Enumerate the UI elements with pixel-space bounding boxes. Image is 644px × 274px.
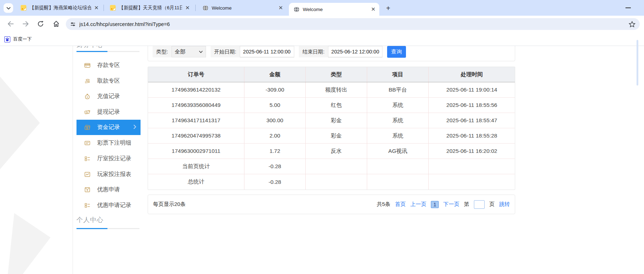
table-row: 1749634171141317 300.00 彩金 系统 2025-06-11…	[148, 113, 515, 128]
globe-favicon	[202, 5, 208, 11]
column-header-type: 类型	[306, 67, 367, 82]
table-header-row: 订单号 金额 类型 项目 处理时间	[148, 67, 515, 82]
table-cell	[429, 174, 515, 190]
globe-favicon	[294, 6, 300, 12]
sidebar-item-funds-records[interactable]: ¥ 资金记录	[76, 120, 141, 135]
table-cell	[306, 174, 367, 190]
sidebar-item-withdraw-zone[interactable]: 取款专区	[76, 73, 141, 89]
sidebar-item-label: 充值记录	[97, 93, 120, 100]
site-info-icon[interactable]	[70, 21, 76, 27]
section-underline	[76, 228, 139, 229]
end-date-label: 结束日期:	[299, 46, 328, 57]
sidebar-item-withdrawal-records[interactable]: 提现记录	[76, 104, 141, 120]
arrow-left-icon	[7, 21, 14, 27]
current-page-badge[interactable]: 1	[431, 201, 439, 208]
sidebar-item-promo-apply-records[interactable]: 优惠申请记录	[76, 198, 141, 213]
tab-close-icon[interactable]: ✕	[184, 5, 191, 11]
sidebar-item-deposit-zone[interactable]: 存款专区	[76, 58, 141, 73]
bookmark-baidu[interactable]: 百度一下	[4, 35, 32, 44]
table-cell: 5.00	[244, 98, 306, 113]
window-minimize-button[interactable]	[625, 7, 631, 8]
sidebar-item-player-bet-report[interactable]: 玩家投注报表	[76, 167, 141, 182]
back-button[interactable]	[6, 19, 16, 29]
sidebar-item-promo-apply[interactable]: ¥ 优惠申请	[76, 182, 141, 197]
tab-separator	[104, 5, 104, 11]
table-cell	[429, 159, 515, 174]
page-jump-input[interactable]	[474, 200, 485, 209]
query-button[interactable]: 查询	[387, 46, 406, 58]
table-cell	[306, 159, 367, 174]
tab-title: Welcome	[212, 5, 275, 11]
tab-close-icon[interactable]: ✕	[278, 5, 284, 11]
chevron-down-icon	[6, 7, 11, 10]
jump-suffix-text: 页	[489, 201, 495, 208]
table-cell: 系统	[367, 113, 429, 128]
start-date-label: 开始日期:	[211, 46, 240, 57]
jump-button[interactable]: 跳转	[499, 201, 510, 208]
tab-tiantian-guess[interactable]: 【新提醒】天天竞猜（6月11日 ✕	[105, 0, 194, 16]
table-cell: 1749639614220132	[148, 82, 244, 97]
sidebar-item-label: 玩家投注报表	[97, 171, 131, 178]
room-list-icon	[84, 156, 90, 162]
table-cell: 系统	[367, 128, 429, 143]
sidebar-item-label: 优惠申请记录	[97, 202, 131, 209]
cash-out-icon	[84, 109, 90, 115]
sidebar: 财务中心 存款专区 取款专区 ¥ 充值记录 提现记录 ¥ 资金记录 彩票下注明细	[73, 46, 141, 274]
bookmark-star-icon[interactable]	[629, 21, 635, 27]
forward-button[interactable]	[21, 19, 31, 29]
select-caret-icon	[199, 51, 203, 53]
sidebar-item-label: 厅室投注记录	[97, 155, 131, 162]
chevron-right-icon	[133, 124, 136, 129]
table-cell: 300.00	[244, 113, 306, 128]
tab-search-button[interactable]	[4, 3, 13, 13]
home-button[interactable]	[51, 19, 61, 29]
sidebar-item-room-bet-records[interactable]: 厅室投注记录	[76, 151, 141, 166]
next-page-link[interactable]: 下一页	[443, 201, 459, 208]
page-scrollbar-thumb[interactable]	[637, 40, 638, 86]
browser-window: 【新提醒】海燕策略论坛综合交 ✕ 【新提醒】天天竞猜（6月11日 ✕ Welco…	[0, 0, 644, 274]
tab-close-icon[interactable]: ✕	[93, 5, 100, 11]
table-cell: 1749634171141317	[148, 113, 244, 128]
column-header-order-id: 订单号	[148, 67, 244, 82]
sidebar-item-label: 彩票下注明细	[97, 139, 131, 147]
column-header-project: 项目	[367, 67, 429, 82]
deposit-card-icon	[84, 62, 90, 68]
end-date-input[interactable]	[328, 46, 382, 57]
table-cell: 2025-06-11 16:20:02	[429, 144, 515, 159]
browser-toolbar: js14.cc/hhcp/usercenter.html?iniType=6	[0, 16, 644, 32]
table-cell: 2025-06-11 18:55:28	[429, 128, 515, 143]
prev-page-link[interactable]: 上一页	[410, 201, 426, 208]
table-cell: BB平台	[367, 82, 429, 97]
table-cell: 2025-06-11 18:55:56	[429, 98, 515, 113]
tab-welcome-2-active[interactable]: Welcome ✕	[289, 3, 379, 16]
address-bar[interactable]: js14.cc/hhcp/usercenter.html?iniType=6	[66, 18, 640, 30]
promo-list-icon	[84, 202, 90, 208]
column-header-time: 处理时间	[429, 67, 515, 82]
url-text[interactable]: js14.cc/hhcp/usercenter.html?iniType=6	[79, 21, 629, 27]
type-select[interactable]: 全部	[171, 46, 206, 57]
baidu-paw-icon	[4, 36, 10, 42]
sidebar-item-lottery-bet-detail[interactable]: 彩票下注明细	[76, 135, 141, 151]
start-date-input[interactable]	[240, 46, 294, 57]
table-cell: 1749639356080449	[148, 98, 244, 113]
tab-haiyan-forum[interactable]: 【新提醒】海燕策略论坛综合交 ✕	[16, 0, 102, 16]
bookmarks-bar: 百度一下	[0, 32, 644, 46]
first-page-link[interactable]: 首页	[395, 201, 406, 208]
tab-welcome-1[interactable]: Welcome ✕	[198, 0, 287, 16]
table-row: 1749630002971011 1.72 反水 AG视讯 2025-06-11…	[148, 144, 515, 159]
ticket-list-icon	[84, 140, 90, 146]
sidebar-item-recharge-records[interactable]: ¥ 充值记录	[76, 89, 141, 104]
arrow-right-icon	[22, 21, 29, 27]
table-cell: -309.00	[244, 82, 306, 97]
table-row: 1749620474995738 2.00 彩金 系统 2025-06-11 1…	[148, 128, 515, 144]
tab-separator	[195, 5, 196, 11]
section-underline	[76, 51, 139, 52]
funds-record-table: 订单号 金额 类型 项目 处理时间 1749639614220132 -309.…	[148, 67, 515, 190]
tab-close-icon[interactable]: ✕	[370, 6, 376, 12]
table-row-grand-total: 总统计 -0.28	[148, 174, 515, 190]
reload-button[interactable]	[36, 19, 46, 29]
table-cell: 1749620474995738	[148, 128, 244, 143]
new-tab-button[interactable]: +	[384, 4, 393, 13]
table-cell: 反水	[306, 144, 367, 159]
table-row: 1749639356080449 5.00 红包 系统 2025-06-11 1…	[148, 98, 515, 113]
